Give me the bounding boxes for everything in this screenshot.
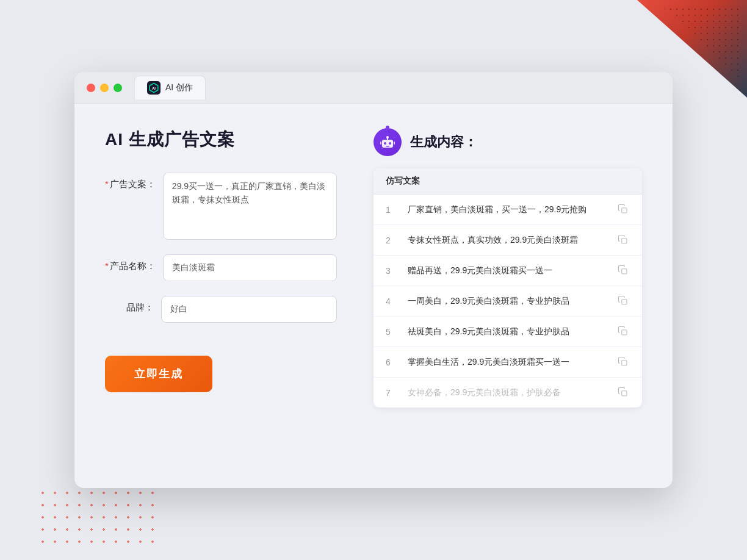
decorative-bottom-dots <box>37 487 159 548</box>
generate-button[interactable]: 立即生成 <box>105 356 212 392</box>
svg-rect-16 <box>622 390 627 395</box>
svg-rect-12 <box>622 268 627 273</box>
result-item: 4一周美白，29.9元美白淡斑霜，专业护肤品 <box>374 286 642 317</box>
product-name-row: *产品名称： <box>105 254 337 281</box>
copy-icon[interactable] <box>618 295 630 307</box>
result-item-number: 4 <box>386 296 398 306</box>
robot-icon <box>374 128 402 156</box>
svg-rect-11 <box>622 238 627 243</box>
result-item-number: 2 <box>386 235 398 245</box>
product-name-input[interactable] <box>163 254 337 281</box>
result-table: 仿写文案 1厂家直销，美白淡斑霜，买一送一，29.9元抢购 2专抹女性斑点，真实… <box>374 168 642 407</box>
svg-rect-13 <box>622 299 627 304</box>
copy-icon[interactable] <box>618 326 630 338</box>
svg-rect-5 <box>386 146 389 147</box>
result-item-text: 专抹女性斑点，真实功效，29.9元美白淡斑霜 <box>408 234 608 246</box>
svg-rect-15 <box>622 360 627 365</box>
minimize-button[interactable] <box>100 84 109 92</box>
result-item: 7女神必备，29.9元美白淡斑霜，护肤必备 <box>374 378 642 407</box>
decorative-corner-dots <box>662 6 741 79</box>
result-item: 5祛斑美白，29.9元美白淡斑霜，专业护肤品 <box>374 317 642 347</box>
result-item-text: 祛斑美白，29.9元美白淡斑霜，专业护肤品 <box>408 325 608 338</box>
copy-icon[interactable] <box>618 234 630 246</box>
svg-point-7 <box>386 136 389 138</box>
result-item: 2专抹女性斑点，真实功效，29.9元美白淡斑霜 <box>374 225 642 256</box>
result-item: 6掌握美白生活，29.9元美白淡斑霜买一送一 <box>374 347 642 378</box>
brand-input[interactable] <box>161 296 337 323</box>
copy-icon[interactable] <box>618 265 630 277</box>
result-item-text: 掌握美白生活，29.9元美白淡斑霜买一送一 <box>408 356 608 368</box>
page-title: AI 生成广告文案 <box>105 128 337 151</box>
result-item-text: 一周美白，29.9元美白淡斑霜，专业护肤品 <box>408 295 608 307</box>
result-items-container: 1厂家直销，美白淡斑霜，买一送一，29.9元抢购 2专抹女性斑点，真实功效，29… <box>374 195 642 407</box>
tab-label: AI 创作 <box>165 82 193 93</box>
ai-tab[interactable]: AI AI 创作 <box>134 76 206 99</box>
svg-rect-8 <box>380 142 381 145</box>
result-item-text: 厂家直销，美白淡斑霜，买一送一，29.9元抢购 <box>408 203 608 216</box>
result-item: 1厂家直销，美白淡斑霜，买一送一，29.9元抢购 <box>374 195 642 225</box>
copy-icon[interactable] <box>618 356 630 368</box>
title-bar: AI AI 创作 <box>74 72 673 104</box>
close-button[interactable] <box>87 84 95 92</box>
brand-label: 品牌： <box>105 296 154 314</box>
result-item: 3赠品再送，29.9元美白淡斑霜买一送一 <box>374 256 642 286</box>
browser-window: AI AI 创作 AI 生成广告文案 *广告文案： 29.9买一送一，真正的厂家… <box>74 72 673 488</box>
result-header: 生成内容： <box>374 128 642 156</box>
product-name-label: *产品名称： <box>105 254 156 272</box>
result-item-text: 女神必备，29.9元美白淡斑霜，护肤必备 <box>408 386 608 399</box>
svg-rect-9 <box>394 142 395 145</box>
svg-rect-14 <box>622 329 627 334</box>
traffic-lights <box>87 84 122 92</box>
result-item-number: 7 <box>386 388 398 398</box>
ad-copy-textarea[interactable]: 29.9买一送一，真正的厂家直销，美白淡斑霜，专抹女性斑点 <box>163 173 337 240</box>
copy-icon[interactable] <box>618 387 630 399</box>
copy-icon[interactable] <box>618 204 630 216</box>
required-star-1: * <box>105 179 109 189</box>
result-title: 生成内容： <box>410 133 477 151</box>
main-content: AI 生成广告文案 *广告文案： 29.9买一送一，真正的厂家直销，美白淡斑霜，… <box>74 104 673 488</box>
left-panel: AI 生成广告文案 *广告文案： 29.9买一送一，真正的厂家直销，美白淡斑霜，… <box>105 128 337 464</box>
required-star-2: * <box>105 260 109 271</box>
result-item-number: 5 <box>386 327 398 337</box>
svg-point-4 <box>389 142 391 145</box>
svg-text:AI: AI <box>152 87 156 90</box>
brand-row: 品牌： <box>105 296 337 323</box>
ai-tab-icon: AI <box>147 81 161 95</box>
svg-point-3 <box>384 142 386 145</box>
maximize-button[interactable] <box>114 84 122 92</box>
result-table-header: 仿写文案 <box>374 168 642 195</box>
result-item-number: 1 <box>386 205 398 215</box>
ad-copy-row: *广告文案： 29.9买一送一，真正的厂家直销，美白淡斑霜，专抹女性斑点 <box>105 173 337 240</box>
right-panel: 生成内容： 仿写文案 1厂家直销，美白淡斑霜，买一送一，29.9元抢购 2专抹女… <box>374 128 642 464</box>
result-item-number: 6 <box>386 357 398 367</box>
result-item-text: 赠品再送，29.9元美白淡斑霜买一送一 <box>408 264 608 277</box>
result-item-number: 3 <box>386 266 398 276</box>
svg-rect-10 <box>622 207 627 212</box>
ad-copy-label: *广告文案： <box>105 173 156 190</box>
